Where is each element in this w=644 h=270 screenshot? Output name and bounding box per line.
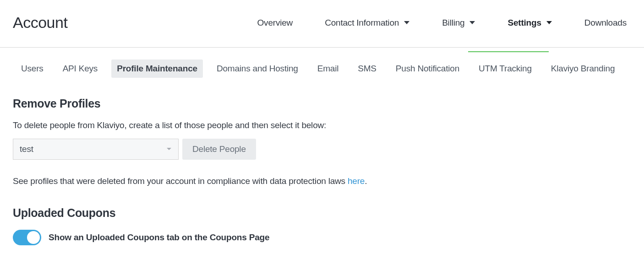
tab-push-notification[interactable]: Push Notification (390, 59, 465, 78)
list-select[interactable]: test (13, 139, 179, 160)
page-title: Account (13, 14, 67, 32)
uploaded-coupons-toggle-label: Show an Uploaded Coupons tab on the Coup… (49, 232, 269, 243)
caret-down-icon (546, 21, 552, 25)
here-link[interactable]: here (348, 176, 365, 186)
remove-profiles-title: Remove Profiles (13, 97, 631, 110)
uploaded-coupons-toggle-row: Show an Uploaded Coupons tab on the Coup… (13, 230, 631, 245)
nav-downloads[interactable]: Downloads (584, 18, 627, 28)
page-header: Account Overview Contact Information Bil… (0, 0, 644, 48)
tab-domains-hosting[interactable]: Domains and Hosting (211, 59, 304, 78)
nav-active-underline (468, 51, 549, 52)
nav-overview-label: Overview (257, 18, 293, 28)
tab-sms[interactable]: SMS (352, 59, 382, 78)
nav-billing[interactable]: Billing (442, 18, 475, 28)
info-text-prefix: See profiles that were deleted from your… (13, 176, 348, 186)
tab-profile-maintenance[interactable]: Profile Maintenance (111, 59, 203, 78)
uploaded-coupons-toggle[interactable] (13, 230, 41, 245)
deleted-profiles-info: See profiles that were deleted from your… (13, 176, 631, 186)
delete-people-button[interactable]: Delete People (182, 139, 256, 160)
list-select-value: test (20, 144, 33, 154)
caret-down-icon (404, 21, 410, 25)
delete-action-row: test Delete People (13, 139, 631, 160)
tab-klaviyo-branding[interactable]: Klaviyo Branding (546, 59, 620, 78)
nav-billing-label: Billing (442, 18, 464, 28)
remove-profiles-description: To delete people from Klaviyo, create a … (13, 120, 631, 130)
nav-contact-label: Contact Information (325, 18, 399, 28)
nav-settings-label: Settings (508, 18, 541, 28)
content-area: Remove Profiles To delete people from Kl… (0, 78, 644, 259)
tab-email[interactable]: Email (312, 59, 344, 78)
uploaded-coupons-title: Uploaded Coupons (13, 206, 631, 220)
nav-overview[interactable]: Overview (257, 18, 293, 28)
tab-utm-tracking[interactable]: UTM Tracking (473, 59, 537, 78)
tab-api-keys[interactable]: API Keys (57, 59, 104, 78)
info-text-suffix: . (365, 176, 367, 186)
nav-settings[interactable]: Settings (508, 18, 552, 28)
toggle-knob (27, 231, 40, 244)
nav-contact-information[interactable]: Contact Information (325, 18, 410, 28)
main-nav: Overview Contact Information Billing Set… (257, 18, 631, 28)
nav-downloads-label: Downloads (584, 18, 627, 28)
tab-users[interactable]: Users (16, 59, 49, 78)
caret-down-icon (166, 147, 172, 151)
caret-down-icon (469, 21, 475, 25)
